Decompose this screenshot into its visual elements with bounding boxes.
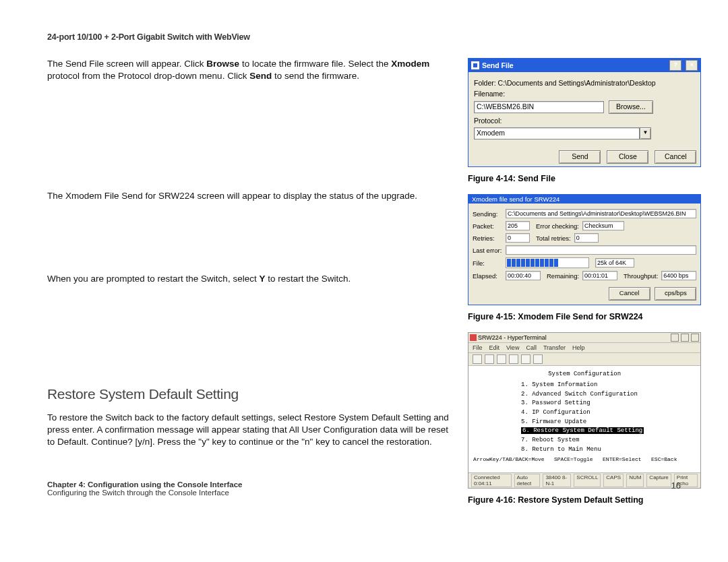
tool-icon[interactable] bbox=[485, 354, 494, 364]
lbl-thru: Throughput: bbox=[624, 272, 658, 280]
menu-transfer[interactable]: Transfer bbox=[543, 344, 566, 351]
text: When you are prompted to restart the Swi… bbox=[47, 274, 259, 284]
lbl-lasterr: Last error: bbox=[473, 247, 502, 254]
val-sending: C:\Documents and Settings\Administrator\… bbox=[506, 209, 696, 218]
xmodem-cancel-button[interactable]: Cancel bbox=[609, 287, 650, 301]
bold: Send bbox=[249, 71, 272, 81]
term-item-7: 7. Reboot System bbox=[521, 436, 698, 444]
menu-help[interactable]: Help bbox=[572, 344, 585, 351]
val-remain: 00:01:01 bbox=[582, 271, 617, 280]
val-retries: 0 bbox=[506, 233, 530, 243]
val-totret: 0 bbox=[574, 233, 599, 243]
dialog-title: Send File bbox=[482, 61, 514, 69]
term-item-1: 1. System Information bbox=[521, 381, 698, 389]
val-fileprog: 25k of 64K bbox=[595, 258, 634, 268]
close-icon[interactable] bbox=[691, 334, 699, 342]
lbl-retries: Retries: bbox=[473, 235, 502, 242]
xmodem-cps-button[interactable]: cps/bps bbox=[655, 287, 696, 301]
term-hint: ArrowKey/TAB/BACK=Move SPACE=Toggle ENTE… bbox=[471, 456, 698, 464]
footer-subtitle: Configuring the Switch through the Conso… bbox=[47, 489, 671, 497]
app-icon bbox=[471, 61, 479, 69]
protocol-select[interactable]: Xmodem bbox=[474, 127, 640, 139]
text: to send the firmware. bbox=[272, 71, 359, 81]
paragraph-xmodem: The Xmodem File Send for SRW224 screen w… bbox=[47, 190, 452, 202]
right-column: Send File ? × Folder: C:\Documents and S… bbox=[468, 58, 701, 516]
figure-4-14-caption: Figure 4-14: Send File bbox=[468, 174, 701, 183]
val-lasterr bbox=[506, 245, 696, 255]
val-packet: 205 bbox=[506, 221, 530, 230]
text: protocol from the Protocol drop-down men… bbox=[47, 71, 249, 81]
term-app-icon bbox=[470, 334, 477, 341]
text: The Send File screen will appear. Click bbox=[47, 59, 206, 69]
send-button[interactable]: Send bbox=[559, 150, 601, 164]
menu-edit[interactable]: Edit bbox=[489, 344, 500, 351]
lbl-totret: Total retries: bbox=[536, 235, 571, 242]
page-footer: Chapter 4: Configuration using the Conso… bbox=[47, 480, 681, 497]
tool-icon[interactable] bbox=[521, 354, 530, 364]
doc-header: 24-port 10/100 + 2-Port Gigabit Switch w… bbox=[47, 32, 681, 42]
tool-icon[interactable] bbox=[509, 354, 518, 364]
left-column: The Send File screen will appear. Click … bbox=[47, 58, 452, 516]
menu-view[interactable]: View bbox=[506, 344, 519, 351]
lbl-file: File: bbox=[473, 259, 502, 267]
val-thru: 6400 bps bbox=[661, 271, 696, 280]
send-file-dialog: Send File ? × Folder: C:\Documents and S… bbox=[468, 58, 701, 167]
term-item-8: 8. Return to Main Menu bbox=[521, 445, 698, 454]
xmodem-titlebar: Xmodem file send for SRW224 bbox=[468, 195, 700, 204]
protocol-label: Protocol: bbox=[474, 117, 695, 125]
lbl-errchk: Error checking: bbox=[536, 222, 579, 230]
lbl-packet: Packet: bbox=[473, 222, 502, 230]
menu-file[interactable]: File bbox=[473, 344, 483, 351]
progress-bar bbox=[506, 257, 589, 268]
close-button[interactable]: × bbox=[686, 60, 698, 71]
figure-4-15-caption: Figure 4-15: Xmodem File Send for SRW224 bbox=[468, 312, 701, 321]
term-item-5: 5. Firmware Update bbox=[521, 418, 698, 426]
figure-4-16-caption: Figure 4-16: Restore System Default Sett… bbox=[468, 495, 701, 505]
term-item-3: 3. Password Setting bbox=[521, 399, 698, 407]
filename-label: Filename: bbox=[474, 90, 695, 98]
term-item-4: 4. IP Configuration bbox=[521, 408, 698, 416]
filename-input[interactable]: C:\WEBSM26.BIN bbox=[474, 101, 604, 113]
hyperterminal-window: SRW224 - HyperTerminal File Edit View Ca… bbox=[468, 332, 701, 489]
term-screen-title: System Configuration bbox=[471, 370, 698, 378]
help-button[interactable]: ? bbox=[669, 60, 681, 71]
dialog-titlebar: Send File ? × bbox=[468, 59, 700, 72]
close-button-2[interactable]: Close bbox=[607, 150, 648, 164]
val-errchk: Checksum bbox=[582, 221, 624, 230]
term-screen: System Configuration 1. System Informati… bbox=[468, 366, 700, 472]
tool-icon[interactable] bbox=[473, 354, 482, 364]
bold: Browse bbox=[206, 59, 239, 69]
minimize-icon[interactable] bbox=[671, 334, 679, 342]
lbl-remain: Remaining: bbox=[547, 272, 579, 280]
term-titlebar: SRW224 - HyperTerminal bbox=[468, 333, 700, 343]
text: to locate the firmware file. Select the bbox=[239, 59, 391, 69]
bold: Xmodem bbox=[391, 59, 429, 69]
footer-chapter: Chapter 4: Configuration using the Conso… bbox=[47, 480, 671, 489]
tool-icon[interactable] bbox=[497, 354, 506, 364]
tool-icon[interactable] bbox=[533, 354, 543, 364]
term-item-6-selected: 6. Restore System Default Setting bbox=[521, 427, 644, 434]
lbl-elapsed: Elapsed: bbox=[473, 272, 502, 280]
text: to restart the Switch. bbox=[265, 274, 351, 284]
folder-label: Folder: bbox=[474, 79, 496, 87]
menu-call[interactable]: Call bbox=[526, 344, 537, 351]
page-number: 16 bbox=[671, 480, 681, 497]
section-title-restore: Restore System Default Setting bbox=[47, 386, 452, 402]
browse-button[interactable]: Browse... bbox=[609, 100, 653, 114]
lbl-sending: Sending: bbox=[473, 210, 502, 218]
xmodem-dialog: Xmodem file send for SRW224 Sending:C:\D… bbox=[468, 194, 701, 305]
term-app-title: SRW224 - HyperTerminal bbox=[478, 334, 547, 341]
paragraph-restore: To restore the Switch back to the factor… bbox=[47, 412, 452, 449]
term-toolbar bbox=[468, 353, 700, 366]
term-item-2: 2. Advanced Switch Configuration bbox=[521, 390, 698, 398]
cancel-button[interactable]: Cancel bbox=[655, 150, 696, 164]
folder-value: C:\Documents and Settings\Administrator\… bbox=[498, 79, 656, 87]
paragraph-restart: When you are prompted to restart the Swi… bbox=[47, 273, 452, 285]
maximize-icon[interactable] bbox=[681, 334, 689, 342]
dropdown-arrow-icon[interactable]: ▼ bbox=[640, 127, 651, 139]
val-elapsed: 00:00:40 bbox=[506, 271, 541, 280]
term-menubar: File Edit View Call Transfer Help bbox=[468, 343, 700, 353]
paragraph-send-file: The Send File screen will appear. Click … bbox=[47, 58, 452, 82]
